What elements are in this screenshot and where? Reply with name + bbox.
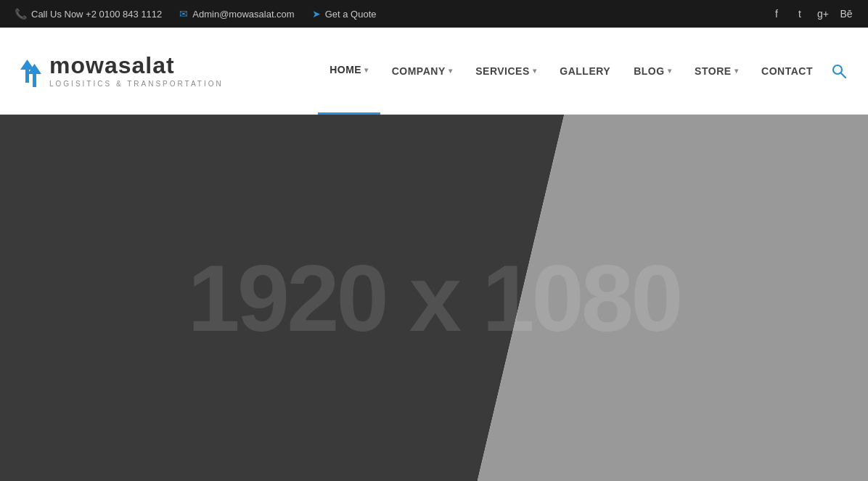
phone-icon: 📞 [15, 8, 27, 20]
services-caret: ▾ [533, 67, 537, 75]
email-label: Admin@mowasalat.com [192, 9, 294, 20]
nav-gallery[interactable]: GALLERY [548, 28, 622, 115]
nav-company[interactable]: COMPANY ▾ [380, 28, 464, 115]
svg-point-2 [833, 65, 842, 74]
search-button[interactable] [824, 28, 853, 115]
home-caret: ▾ [364, 66, 369, 74]
top-bar: 📞 Call Us Now +2 0100 843 1112 ✉ Admin@m… [0, 0, 868, 28]
blog-caret: ▾ [668, 67, 672, 75]
nav-blog[interactable]: BLOG ▾ [622, 28, 683, 115]
facebook-link[interactable]: f [769, 7, 784, 21]
store-caret: ▾ [734, 67, 739, 75]
quote-icon: ➤ [312, 8, 321, 20]
hero-placeholder-text: 1920 x 1080 [188, 244, 681, 353]
logo-tagline: LOGISITICS & TRANSPORTATION [49, 80, 224, 88]
quote-label: Get a Quote [325, 9, 377, 20]
logo-name: mowasalat [49, 54, 224, 77]
nav-store[interactable]: STORE ▾ [683, 28, 750, 115]
quote-link[interactable]: ➤ Get a Quote [312, 8, 377, 20]
header: mowasalat LOGISITICS & TRANSPORTATION HO… [0, 28, 868, 115]
google-plus-link[interactable]: g+ [816, 7, 830, 21]
company-caret: ▾ [449, 67, 453, 75]
svg-line-3 [841, 73, 846, 78]
main-nav: HOME ▾ COMPANY ▾ SERVICES ▾ GALLERY BLOG… [318, 28, 853, 115]
nav-home[interactable]: HOME ▾ [318, 28, 380, 115]
nav-contact[interactable]: CONTACT [750, 28, 824, 115]
logo-arrows [15, 54, 42, 89]
top-bar-social: f t g+ Bē [769, 7, 853, 21]
phone-label: Call Us Now +2 0100 843 1112 [31, 9, 162, 20]
email-link[interactable]: ✉ Admin@mowasalat.com [179, 8, 294, 20]
logo-text-area: mowasalat LOGISITICS & TRANSPORTATION [49, 54, 224, 88]
logo[interactable]: mowasalat LOGISITICS & TRANSPORTATION [15, 54, 224, 89]
behance-link[interactable]: Bē [839, 7, 853, 21]
mail-icon: ✉ [179, 8, 188, 20]
hero-banner: 1920 x 1080 [0, 115, 868, 481]
top-bar-left: 📞 Call Us Now +2 0100 843 1112 ✉ Admin@m… [15, 8, 377, 20]
twitter-link[interactable]: t [793, 7, 807, 21]
nav-services[interactable]: SERVICES ▾ [464, 28, 548, 115]
search-icon [832, 64, 846, 78]
logo-arrow-svg [15, 54, 42, 89]
phone-link[interactable]: 📞 Call Us Now +2 0100 843 1112 [15, 8, 162, 20]
